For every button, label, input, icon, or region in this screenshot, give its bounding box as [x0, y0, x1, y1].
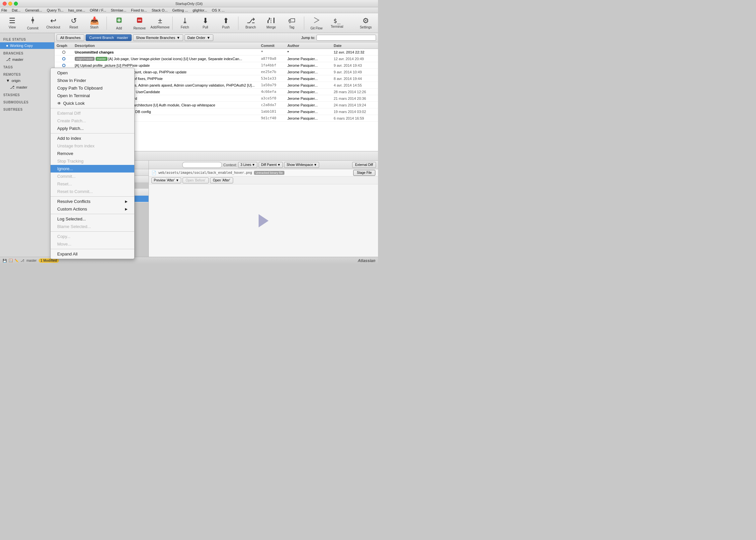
menu-file[interactable]: File	[1, 8, 7, 12]
commit-author: Jerome Pasquier...	[285, 83, 332, 87]
show-in-finder-label: Show In Finder	[57, 78, 86, 83]
graph-cell	[55, 64, 73, 67]
settings-label: Settings	[360, 26, 372, 29]
graph-cell	[55, 51, 73, 54]
reset-button[interactable]: ↺ Reset	[64, 15, 83, 32]
ctx-reset: Reset...	[51, 180, 134, 188]
tag-button[interactable]: 🏷 Tag	[282, 15, 301, 32]
terminal-button[interactable]: $_ Terminal	[327, 15, 347, 32]
preview-label: Preview 'After'	[154, 179, 175, 182]
open-label: Open	[57, 70, 68, 75]
branch-icon: ⎇	[247, 17, 255, 25]
menu-str[interactable]: Strmlae...	[111, 8, 126, 12]
ctx-open-terminal[interactable]: Open In Terminal	[51, 92, 134, 99]
minimize-button[interactable]	[8, 2, 12, 6]
ctx-create-patch: Create Patch...	[51, 117, 134, 125]
branch-button[interactable]: ⎇ Branch	[241, 15, 260, 32]
sidebar-item-origin[interactable]: ▼ origin	[0, 77, 54, 84]
stage-file-button[interactable]: Stage File	[353, 170, 375, 176]
menu-osx[interactable]: OS X ...	[212, 8, 225, 12]
preview-dropdown[interactable]: Preview 'After' ▼	[151, 178, 181, 184]
pull-button[interactable]: ⬇ Pull	[196, 15, 215, 32]
reset-label: Reset	[70, 26, 78, 29]
commit-author: Jerome Pasquier...	[285, 103, 332, 107]
ctx-sep-5	[51, 231, 134, 232]
diff-parent-dropdown[interactable]: Diff Parent ▼	[259, 162, 283, 168]
ctx-quick-look[interactable]: 👁 Quick Look	[51, 99, 134, 107]
ctx-expand-all[interactable]: Expand All	[51, 250, 134, 258]
sidebar-item-working-copy[interactable]: ● Working Copy	[0, 42, 54, 49]
stash-button[interactable]: 📥 Stash	[85, 15, 104, 32]
tag-icon: 🏷	[288, 17, 295, 25]
table-row[interactable]: Uncommitted changes * * 12 avr. 2014 22:…	[55, 49, 378, 56]
sidebar-item-master[interactable]: ⎇ master	[0, 56, 54, 63]
menu-stack[interactable]: Stack O...	[151, 8, 167, 12]
commit-button[interactable]: Commit	[23, 15, 42, 32]
menu-orm[interactable]: ORM / F...	[90, 8, 106, 12]
menu-gg[interactable]: glighlor...	[192, 8, 207, 12]
ctx-copy-path[interactable]: Copy Path To Clipboard	[51, 84, 134, 92]
branch-badge: master	[95, 57, 107, 61]
show-whitespace-dropdown[interactable]: Show Whitespace ▼	[284, 162, 319, 168]
context-menu: Open Show In Finder Copy Path To Clipboa…	[50, 68, 135, 259]
expand-all-label: Expand All	[57, 251, 78, 256]
quick-look-label: Quick Look	[63, 101, 85, 106]
external-diff-ctx-label: External Diff	[57, 111, 81, 116]
create-patch-label: Create Patch...	[57, 118, 86, 123]
add-to-index-label: Add to index	[57, 136, 81, 141]
commit-author: Jerome Pasquier...	[285, 64, 332, 68]
terminal-label: Terminal	[331, 25, 343, 28]
all-branches-label: All Branches	[60, 36, 81, 40]
addremove-button[interactable]: ± Add/Remove	[150, 15, 170, 32]
ctx-add-to-index[interactable]: Add to index	[51, 135, 134, 142]
remove-button[interactable]: Remove	[130, 15, 149, 32]
commit-table-header: Graph Description Commit Author Date	[55, 42, 378, 49]
ctx-show-in-finder[interactable]: Show In Finder	[51, 77, 134, 84]
settings-button[interactable]: ⚙ Settings	[356, 15, 375, 32]
show-remote-dropdown[interactable]: Show Remote Branches ▼	[133, 34, 183, 41]
date-order-label: Date Order	[188, 36, 205, 40]
pull-label: Pull	[203, 26, 208, 29]
menu-fixed[interactable]: Fixed to...	[131, 8, 147, 12]
open-before-button[interactable]: Open 'Before'	[183, 178, 209, 184]
ctx-log-selected[interactable]: Log Selected...	[51, 215, 134, 223]
branch-name: master	[27, 259, 37, 262]
view-button[interactable]: ☰ View	[3, 15, 22, 32]
menu-dat[interactable]: Dat...	[12, 8, 21, 12]
close-button[interactable]	[3, 2, 7, 6]
fetch-button[interactable]: ⤓ Fetch	[175, 15, 194, 32]
ctx-open[interactable]: Open	[51, 69, 134, 77]
ctx-resolve-conflicts[interactable]: Resolve Conflicts ▶	[51, 198, 134, 205]
menu-query[interactable]: Query Ti...	[47, 8, 64, 12]
maximize-button[interactable]	[14, 2, 18, 6]
add-button[interactable]: Add	[109, 15, 129, 32]
menu-gen[interactable]: Generati...	[25, 8, 42, 12]
commit-date: 9 avr. 2014 19:43	[332, 64, 378, 68]
menu-has[interactable]: has_one...	[68, 8, 85, 12]
ctx-remove[interactable]: Remove	[51, 150, 134, 157]
commit-desc: Uncommitted changes	[75, 50, 114, 54]
date-order-dropdown[interactable]: Date Order ▼	[185, 34, 213, 41]
checkout-button[interactable]: ↩ Checkout	[44, 15, 63, 32]
jump-to-input[interactable]	[316, 35, 376, 41]
commit-hash: 1a50a79	[259, 83, 285, 87]
merge-button[interactable]: ⛙ Merge	[262, 15, 281, 32]
context-dropdown[interactable]: 3 Lines ▼	[238, 162, 257, 168]
all-branches-button[interactable]: All Branches	[57, 34, 84, 41]
external-diff-button[interactable]: External Diff	[352, 162, 376, 168]
origin-master-label: master	[16, 85, 27, 89]
table-row[interactable]: origin/master master [A] Job page, User …	[55, 56, 378, 62]
current-branch-button[interactable]: Current Branch master	[86, 34, 132, 41]
context-chevron: ▼	[252, 163, 255, 167]
open-after-button[interactable]: Open 'After'	[210, 178, 233, 184]
push-button[interactable]: ⬆ Push	[216, 15, 236, 32]
ctx-ignore[interactable]: Ignore...	[51, 165, 134, 173]
gitflow-button[interactable]: Git Flow	[307, 15, 326, 32]
sidebar-item-origin-master[interactable]: ⎇ master	[0, 84, 54, 90]
ctx-custom-actions[interactable]: Custom Actions ▶	[51, 205, 134, 213]
ctx-apply-patch[interactable]: Apply Patch...	[51, 125, 134, 132]
menu-getting[interactable]: Getting ...	[172, 8, 188, 12]
diff-search-input[interactable]	[182, 162, 222, 168]
checkout-label: Checkout	[46, 26, 60, 29]
origin-label: origin	[12, 79, 21, 82]
